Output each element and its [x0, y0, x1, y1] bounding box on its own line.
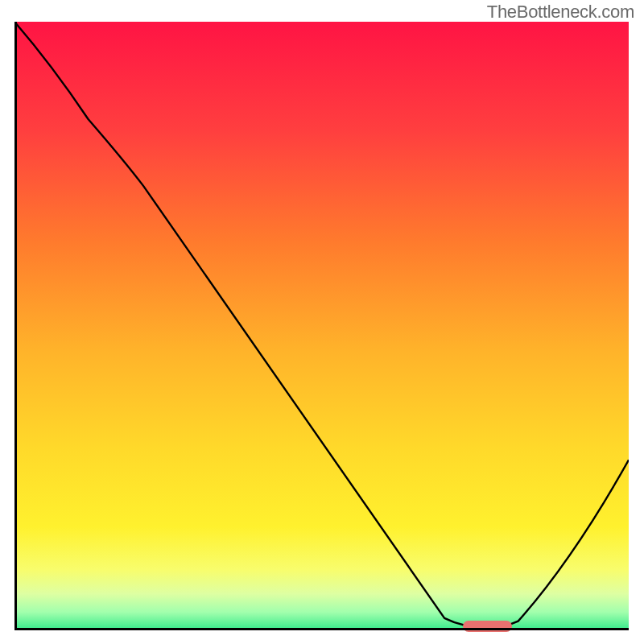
x-axis [14, 628, 629, 630]
bottleneck-curve [14, 22, 629, 630]
watermark-text: TheBottleneck.com [487, 2, 634, 23]
y-axis [14, 22, 17, 630]
plot-area [14, 22, 629, 630]
chart-container: TheBottleneck.com [0, 0, 644, 644]
optimum-marker [463, 621, 512, 632]
